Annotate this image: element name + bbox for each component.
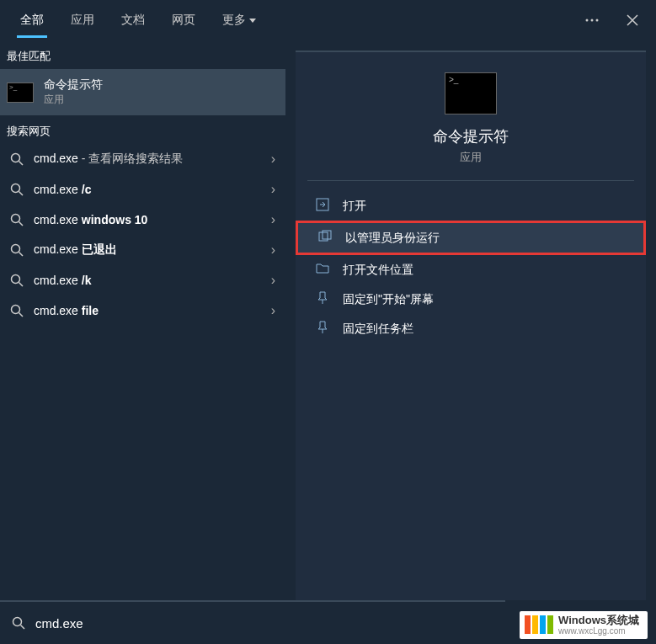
- preview-title: 命令提示符: [433, 126, 509, 146]
- search-icon: [12, 616, 25, 630]
- pin-start-icon: [316, 291, 329, 307]
- pin-taskbar-icon: [316, 321, 329, 337]
- close-button[interactable]: [616, 3, 649, 37]
- tab-more[interactable]: 更多: [209, 3, 269, 38]
- web-result-item[interactable]: cmd.exe 已退出›: [0, 235, 285, 265]
- best-match-item[interactable]: 命令提示符 应用: [0, 69, 285, 115]
- cmd-icon: [7, 82, 34, 103]
- web-result-item[interactable]: cmd.exe /k›: [0, 265, 285, 295]
- preview-subtitle: 应用: [460, 150, 482, 165]
- admin-icon: [318, 230, 332, 246]
- action-label: 打开文件位置: [343, 263, 413, 278]
- results-panel: 最佳匹配 命令提示符 应用 搜索网页 cmd.exe - 查看网络搜索结果›cm…: [0, 40, 285, 600]
- watermark: Windows系统城 www.wxcLgg.com: [520, 611, 648, 639]
- tab-apps[interactable]: 应用: [57, 3, 108, 38]
- best-match-subtitle: 应用: [44, 93, 103, 107]
- svg-point-19: [13, 618, 22, 626]
- svg-line-14: [19, 313, 24, 317]
- search-input[interactable]: [35, 616, 493, 631]
- best-match-title: 命令提示符: [44, 77, 103, 93]
- preview-panel: 命令提示符 应用 打开以管理员身份运行打开文件位置固定到"开始"屏幕固定到任务栏: [285, 40, 656, 600]
- svg-point-3: [12, 154, 20, 162]
- tab-all[interactable]: 全部: [7, 3, 57, 38]
- svg-line-8: [19, 222, 24, 226]
- action-label: 打开: [343, 199, 366, 214]
- svg-point-7: [12, 215, 20, 223]
- svg-line-4: [19, 162, 24, 166]
- web-search-header: 搜索网页: [0, 115, 285, 144]
- svg-point-13: [12, 306, 20, 314]
- action-label: 固定到"开始"屏幕: [343, 292, 434, 307]
- svg-point-9: [12, 245, 20, 253]
- open-icon: [316, 198, 329, 214]
- folder-icon: [316, 262, 329, 278]
- search-bar: [0, 600, 505, 644]
- tab-web[interactable]: 网页: [158, 3, 209, 38]
- action-admin[interactable]: 以管理员身份运行: [296, 221, 646, 255]
- action-pin-taskbar[interactable]: 固定到任务栏: [296, 314, 646, 343]
- web-result-item[interactable]: cmd.exe - 查看网络搜索结果›: [0, 144, 285, 174]
- svg-line-6: [19, 192, 24, 196]
- svg-line-10: [19, 253, 24, 257]
- svg-point-2: [596, 19, 599, 22]
- svg-line-12: [19, 283, 24, 287]
- svg-point-5: [12, 184, 20, 193]
- action-pin-start[interactable]: 固定到"开始"屏幕: [296, 285, 646, 314]
- web-result-item[interactable]: cmd.exe windows 10›: [0, 205, 285, 235]
- svg-point-0: [586, 19, 589, 22]
- best-match-header: 最佳匹配: [0, 40, 285, 69]
- action-label: 固定到任务栏: [343, 322, 413, 337]
- action-open[interactable]: 打开: [296, 191, 646, 221]
- svg-line-20: [21, 625, 25, 630]
- tab-documents[interactable]: 文档: [108, 3, 158, 38]
- web-result-item[interactable]: cmd.exe /c›: [0, 174, 285, 205]
- web-result-item[interactable]: cmd.exe file›: [0, 295, 285, 326]
- svg-point-11: [12, 275, 20, 284]
- action-label: 以管理员身份运行: [345, 231, 440, 246]
- more-options-button[interactable]: [575, 3, 609, 37]
- svg-point-1: [591, 19, 594, 22]
- header-tabs: 全部 应用 文档 网页 更多: [0, 0, 656, 40]
- chevron-down-icon: [249, 19, 256, 23]
- preview-cmd-icon: [445, 72, 497, 114]
- action-folder[interactable]: 打开文件位置: [296, 255, 646, 285]
